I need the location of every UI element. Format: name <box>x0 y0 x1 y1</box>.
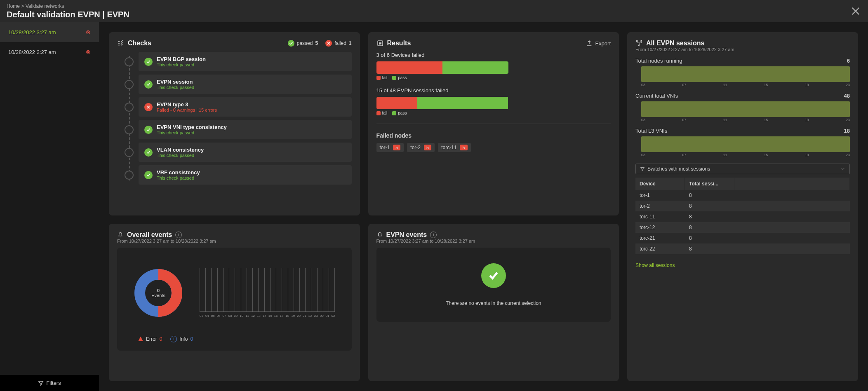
pass-status-icon <box>144 80 153 89</box>
sessions-range: From 10/27/2022 3:27 am to 10/28/2022 3:… <box>635 47 850 52</box>
timestamp-item[interactable]: 10/28/2022 3:27 am⊗ <box>0 22 99 42</box>
success-check-icon <box>481 263 506 288</box>
table-row[interactable]: torc-118 <box>635 211 850 222</box>
timeline-dot <box>125 125 134 134</box>
sparkline-chart <box>641 136 850 152</box>
check-fail-icon <box>325 40 332 47</box>
check-card[interactable]: VRF consistency This check passed <box>139 165 352 185</box>
check-pass-icon <box>288 40 294 47</box>
timeline-dot <box>125 103 134 112</box>
timeline-dot <box>125 80 134 89</box>
timestamp-item[interactable]: 10/28/2022 2:27 am⊗ <box>0 42 99 62</box>
results-icon <box>376 40 384 47</box>
network-icon <box>635 40 643 47</box>
evpn-events-panel: EVPN events i From 10/27/2022 3:27 am to… <box>368 224 619 382</box>
filter-icon <box>38 380 44 386</box>
stat-row: Current total VNIs48 <box>635 93 850 99</box>
check-card[interactable]: EVPN VNI type consistency This check pas… <box>139 120 352 139</box>
timeline-dot <box>125 171 134 180</box>
filter-icon <box>640 166 645 171</box>
remove-icon[interactable]: ⊗ <box>86 29 91 35</box>
fail-status-icon <box>144 103 153 111</box>
switches-dropdown[interactable]: Switches with most sessions <box>635 164 850 174</box>
overall-range: From 10/27/2022 3:27 am to 10/28/2022 3:… <box>117 239 352 243</box>
checks-icon <box>117 40 125 47</box>
table-row[interactable]: torc-228 <box>635 243 850 254</box>
breadcrumb-home[interactable]: Home <box>7 3 20 9</box>
overall-events-panel: Overall events i From 10/27/2022 3:27 am… <box>109 224 360 382</box>
svg-point-2 <box>641 40 642 42</box>
devices-failed-text: 3 of 6 Devices failed <box>376 52 611 58</box>
page-title: Default validation EVPN | EVPN <box>7 10 129 19</box>
pass-status-icon <box>144 126 153 134</box>
check-card[interactable]: EVPN BGP session This check passed <box>139 52 352 71</box>
failed-node-badge[interactable]: tor-25 <box>407 143 435 152</box>
evpn-events-range: From 10/27/2022 3:27 am to 10/28/2022 3:… <box>376 239 611 243</box>
sessions-table: Device Total sessi... tor-18tor-28torc-1… <box>635 178 850 254</box>
sessions-progress <box>376 97 508 109</box>
all-sessions-panel: All EVPN sessions From 10/27/2022 3:27 a… <box>627 32 858 381</box>
stat-row: Total L3 VNIs18 <box>635 128 850 134</box>
export-button[interactable]: Export <box>586 40 611 47</box>
failed-nodes-title: Failed nodes <box>376 132 611 139</box>
events-donut-chart: 0 Events <box>134 268 183 318</box>
info-icon: i <box>170 336 177 342</box>
events-bar-chart: 0304050607080910111213141516171819202122… <box>200 268 335 318</box>
sessions-failed-text: 15 of 48 EVPN sessions failed <box>376 87 611 94</box>
table-row[interactable]: tor-18 <box>635 190 850 201</box>
breadcrumb-validate[interactable]: Validate networks <box>26 3 64 9</box>
remove-icon[interactable]: ⊗ <box>86 49 91 55</box>
chevron-down-icon <box>840 166 845 171</box>
error-icon <box>138 336 143 342</box>
table-row[interactable]: torc-218 <box>635 233 850 243</box>
pass-status-icon <box>144 148 153 157</box>
timeline-dot <box>125 148 134 157</box>
table-row[interactable]: torc-128 <box>635 222 850 233</box>
filters-button[interactable]: Filters <box>0 375 99 391</box>
check-card[interactable]: EVPN type 3 Failed - 0 warnings | 15 err… <box>139 97 352 117</box>
check-card[interactable]: VLAN consistency This check passed <box>139 143 352 162</box>
failed-node-badge[interactable]: tor-15 <box>376 143 404 152</box>
check-card[interactable]: EVPN session This check passed <box>139 75 352 94</box>
devices-progress <box>376 61 508 74</box>
results-panel: Results Export 3 of 6 Devices failed fai… <box>368 32 619 215</box>
breadcrumb: Home > Validate networks <box>7 3 129 9</box>
page-header: Home > Validate networks Default validat… <box>0 0 868 22</box>
show-all-sessions-link[interactable]: Show all sessions <box>635 262 850 268</box>
svg-point-3 <box>639 45 640 46</box>
bell-icon <box>117 232 124 238</box>
stat-row: Total nodes running6 <box>635 58 850 64</box>
table-row[interactable]: tor-28 <box>635 201 850 211</box>
failed-node-badge[interactable]: torc-115 <box>438 143 470 152</box>
info-icon[interactable]: i <box>175 232 182 238</box>
no-events-text: There are no events in the current selec… <box>446 300 541 306</box>
svg-point-1 <box>636 40 637 42</box>
info-icon[interactable]: i <box>430 232 437 238</box>
timestamp-sidebar: 10/28/2022 3:27 am⊗10/28/2022 2:27 am⊗ F… <box>0 22 99 391</box>
export-icon <box>586 40 593 47</box>
checks-panel: Checks passed 5 failed 1 <box>109 32 360 215</box>
pass-status-icon <box>144 58 153 66</box>
sparkline-chart <box>641 101 850 117</box>
sparkline-chart <box>641 66 850 82</box>
pass-status-icon <box>144 171 153 179</box>
timeline-dot <box>125 57 134 66</box>
bell-icon <box>376 232 383 238</box>
close-icon[interactable] <box>850 5 861 17</box>
